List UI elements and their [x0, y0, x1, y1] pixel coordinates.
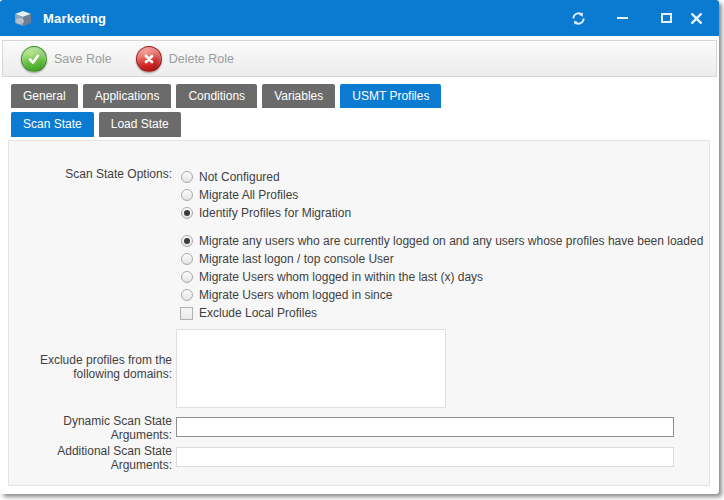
radio-identify-profiles[interactable]: Identify Profiles for Migration — [181, 204, 351, 222]
scan-state-options-group: Not Configured Migrate All Profiles Iden… — [181, 168, 351, 222]
maximize-icon[interactable] — [657, 9, 675, 27]
title-bar: Marketing — [0, 0, 719, 36]
radio-migrate-last-logon[interactable]: Migrate last logon / top console User — [181, 250, 703, 268]
additional-scan-state-label: Additional Scan State Arguments: — [9, 444, 172, 472]
checkbox-icon — [180, 307, 193, 320]
migration-method-group: Migrate any users who are currently logg… — [181, 232, 703, 304]
exclude-domains-label: Exclude profiles from the following doma… — [9, 353, 172, 381]
close-icon[interactable] — [687, 9, 705, 27]
toolbar: Save Role Delete Role — [2, 40, 717, 77]
tab-general[interactable]: General — [11, 84, 78, 108]
radio-icon — [181, 271, 193, 283]
tab-variables[interactable]: Variables — [262, 84, 335, 108]
delete-role-button[interactable]: Delete Role — [136, 46, 234, 72]
radio-icon — [181, 235, 193, 247]
radio-migrate-all-profiles[interactable]: Migrate All Profiles — [181, 186, 351, 204]
refresh-icon[interactable] — [569, 9, 587, 27]
scan-state-panel: Scan State Options: Not Configured Migra… — [8, 140, 710, 486]
radio-icon — [181, 189, 193, 201]
radio-not-configured[interactable]: Not Configured — [181, 168, 351, 186]
dynamic-scan-state-label: Dynamic Scan State Arguments: — [9, 414, 172, 442]
radio-migrate-last-x-days[interactable]: Migrate Users whom logged in within the … — [181, 268, 703, 286]
radio-icon — [181, 289, 193, 301]
minimize-icon[interactable] — [613, 9, 631, 27]
exclude-local-profiles-row: Exclude Local Profiles — [180, 304, 317, 322]
dialog-window: Marketing Save Role — [0, 0, 719, 494]
save-role-label: Save Role — [54, 52, 112, 66]
app-icon — [12, 8, 34, 28]
radio-icon — [181, 171, 193, 183]
radio-migrate-since[interactable]: Migrate Users whom logged in since — [181, 286, 703, 304]
main-tab-bar: General Applications Conditions Variable… — [11, 84, 441, 108]
sub-tab-bar: Scan State Load State — [11, 112, 181, 137]
tab-conditions[interactable]: Conditions — [176, 84, 257, 108]
additional-scan-state-input[interactable] — [176, 447, 674, 467]
radio-migrate-logged-on-users[interactable]: Migrate any users who are currently logg… — [181, 232, 703, 250]
radio-icon — [181, 253, 193, 265]
tab-load-state[interactable]: Load State — [99, 112, 181, 137]
save-check-icon — [21, 46, 47, 72]
scan-state-options-label: Scan State Options: — [9, 167, 172, 181]
delete-x-icon — [136, 46, 162, 72]
radio-icon — [181, 207, 193, 219]
tab-scan-state[interactable]: Scan State — [11, 112, 94, 137]
exclude-local-profiles-checkbox[interactable]: Exclude Local Profiles — [180, 304, 317, 322]
tab-applications[interactable]: Applications — [83, 84, 172, 108]
exclude-domains-textarea[interactable] — [176, 329, 446, 408]
dynamic-scan-state-input[interactable] — [176, 417, 674, 437]
window-title: Marketing — [43, 11, 106, 26]
save-role-button[interactable]: Save Role — [21, 46, 112, 72]
delete-role-label: Delete Role — [169, 52, 234, 66]
tab-usmt-profiles[interactable]: USMT Profiles — [340, 84, 441, 108]
